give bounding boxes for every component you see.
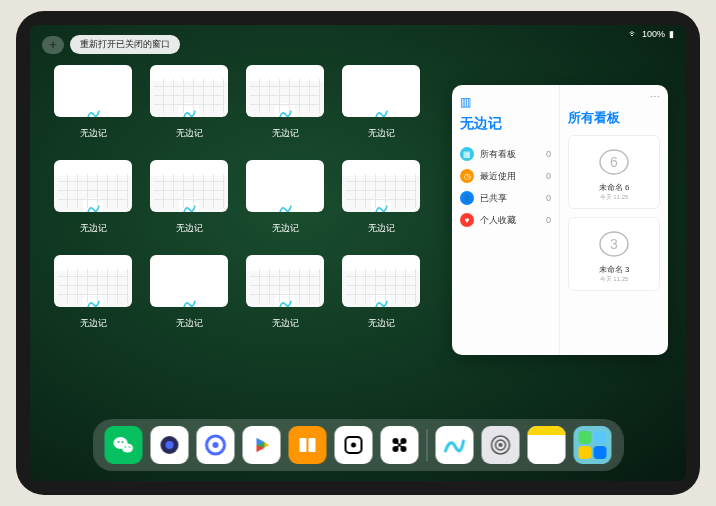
boards-panel: ⋯ 所有看板 6未命名 6今天 11:253未命名 3今天 11:25 [560,85,668,355]
sidebar-title: 无边记 [460,115,551,133]
freeform-app-icon [275,293,295,307]
window-label: 无边记 [176,317,203,330]
dock-separator [427,429,428,461]
heart-icon: ♥ [460,213,474,227]
board-name: 未命名 3 [599,264,630,275]
window-thumbnail[interactable]: 无边记 [246,160,324,235]
dock-app-wechat[interactable] [105,426,143,464]
window-label: 无边记 [80,127,107,140]
sidebar-item-count: 0 [546,193,551,203]
sidebar: ▥ 无边记 ▦所有看板0◷最近使用0👤已共享0♥个人收藏0 [452,85,560,355]
window-label: 无边记 [272,127,299,140]
window-thumbnail[interactable]: 无边记 [54,160,132,235]
dock-app-notes[interactable] [528,426,566,464]
battery-label: 100% [642,29,665,39]
svg-point-7 [122,441,124,443]
window-label: 无边记 [368,317,395,330]
window-preview [342,65,420,117]
window-thumbnail[interactable]: 无边记 [342,65,420,140]
window-thumbnail[interactable]: 无边记 [150,65,228,140]
svg-point-8 [125,446,127,448]
dock-app-play[interactable] [243,426,281,464]
reopen-closed-window-button[interactable]: 重新打开已关闭的窗口 [70,35,180,54]
dock-app-quark[interactable] [197,426,235,464]
stage-manager-window[interactable]: ▥ 无边记 ▦所有看板0◷最近使用0👤已共享0♥个人收藏0 ⋯ 所有看板 6未命… [452,85,668,355]
sidebar-item-label: 最近使用 [480,170,516,183]
dock-app-books[interactable] [289,426,327,464]
top-bar: + 重新打开已关闭的窗口 [42,35,180,54]
freeform-app-icon [83,103,103,117]
window-thumbnail[interactable]: 无边记 [54,65,132,140]
sidebar-item[interactable]: ◷最近使用0 [460,165,551,187]
dock-app-app-library[interactable] [574,426,612,464]
clock-icon: ◷ [460,169,474,183]
window-thumbnail[interactable]: 无边记 [54,255,132,330]
dock [93,419,624,471]
svg-text:6: 6 [610,154,618,170]
svg-point-11 [166,441,174,449]
dock-app-settings[interactable] [482,426,520,464]
sidebar-item-count: 0 [546,149,551,159]
window-label: 无边记 [368,127,395,140]
board-card[interactable]: 3未命名 3今天 11:25 [568,217,660,291]
screen: ᯤ 100% ▮ + 重新打开已关闭的窗口 无边记无边记无边记无边记无边记无边记… [30,25,686,481]
svg-point-6 [118,441,120,443]
freeform-app-icon [179,198,199,212]
freeform-app-icon [371,103,391,117]
freeform-app-icon [83,198,103,212]
window-thumbnail[interactable]: 无边记 [342,160,420,235]
window-thumbnail[interactable]: 无边记 [342,255,420,330]
freeform-app-icon [179,103,199,117]
window-label: 无边记 [272,222,299,235]
window-label: 无边记 [80,222,107,235]
svg-point-30 [499,443,503,447]
battery-icon: ▮ [669,29,674,39]
dock-app-dice[interactable] [335,426,373,464]
freeform-app-icon [371,198,391,212]
window-thumbnail[interactable]: 无边记 [246,255,324,330]
grid-icon: ▦ [460,147,474,161]
window-thumbnail[interactable]: 无边记 [150,255,228,330]
dock-app-quark-hd[interactable] [151,426,189,464]
window-preview [246,160,324,212]
freeform-app-icon [371,293,391,307]
window-thumbnail[interactable]: 无边记 [150,160,228,235]
dock-app-freeform[interactable] [436,426,474,464]
sidebar-item-label: 个人收藏 [480,214,516,227]
freeform-app-icon [83,293,103,307]
svg-rect-18 [300,438,307,452]
window-thumbnail[interactable]: 无边记 [246,65,324,140]
window-label: 无边记 [176,222,203,235]
wifi-icon: ᯤ [629,29,638,39]
add-window-button[interactable]: + [42,36,64,54]
sidebar-item[interactable]: ♥个人收藏0 [460,209,551,231]
freeform-app-icon [179,293,199,307]
window-preview [246,65,324,117]
window-preview [150,160,228,212]
board-preview: 6 [590,142,638,182]
svg-point-9 [129,446,131,448]
window-preview [342,160,420,212]
svg-point-5 [122,444,133,453]
svg-point-13 [213,442,219,448]
board-name: 未命名 6 [599,182,630,193]
status-bar: ᯤ 100% ▮ [629,29,674,39]
sidebar-item-count: 0 [546,215,551,225]
freeform-app-icon [275,198,295,212]
board-card[interactable]: 6未命名 6今天 11:25 [568,135,660,209]
sidebar-toggle-icon[interactable]: ▥ [460,95,551,109]
window-preview [54,255,132,307]
window-label: 无边记 [176,127,203,140]
window-preview [54,160,132,212]
panel-title: 所有看板 [568,109,660,127]
sidebar-item[interactable]: 👤已共享0 [460,187,551,209]
app-expose-grid: 无边记无边记无边记无边记无边记无边记无边记无边记无边记无边记无边记无边记 [54,65,420,330]
more-icon[interactable]: ⋯ [650,91,660,102]
dock-app-connect[interactable] [381,426,419,464]
sidebar-item[interactable]: ▦所有看板0 [460,143,551,165]
board-time: 今天 11:25 [600,275,629,284]
window-label: 无边记 [368,222,395,235]
svg-marker-17 [265,442,269,448]
svg-point-21 [351,443,356,448]
freeform-app-icon [275,103,295,117]
